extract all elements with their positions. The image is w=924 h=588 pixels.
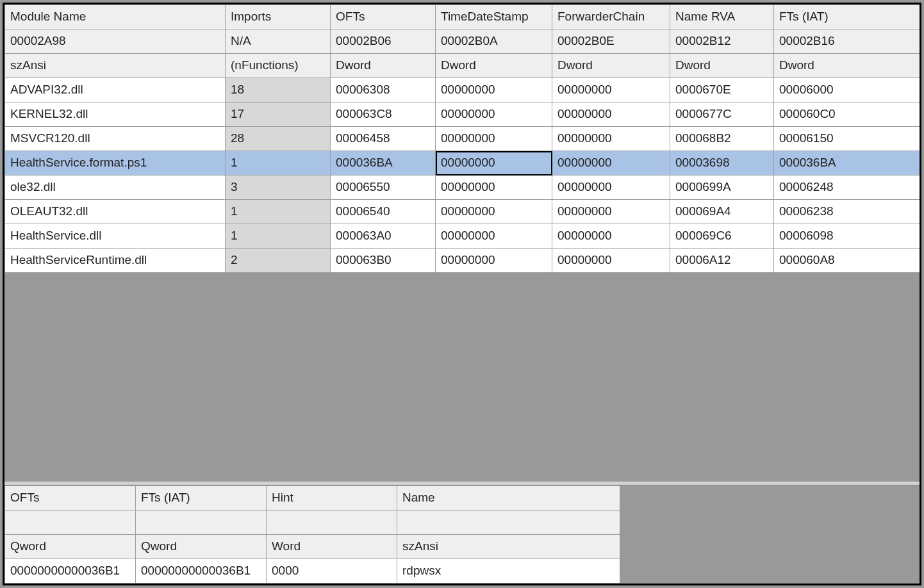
cell[interactable]: 3 bbox=[226, 176, 331, 200]
table-row[interactable]: OLEAUT32.dll1000065400000000000000000000… bbox=[5, 200, 920, 224]
cell[interactable]: 00000000 bbox=[436, 176, 552, 200]
functions-header2-col-3[interactable] bbox=[397, 510, 620, 535]
imports-header2-col-2[interactable]: 00002B06 bbox=[331, 29, 436, 54]
cell[interactable]: 00000000 bbox=[436, 78, 552, 102]
imports-header2-col-5[interactable]: 00002B12 bbox=[670, 29, 774, 54]
cell[interactable]: HealthService.format.ps1 bbox=[5, 151, 226, 176]
cell[interactable]: 00000000 bbox=[552, 78, 670, 102]
cell[interactable]: 00006A12 bbox=[670, 249, 774, 273]
functions-header1-col-1[interactable]: FTs (IAT) bbox=[136, 486, 267, 510]
table-row[interactable]: HealthService.dll1000063A000000000000000… bbox=[5, 224, 920, 249]
cell[interactable]: 0000670E bbox=[670, 78, 774, 102]
cell[interactable]: 00000000 bbox=[552, 151, 670, 176]
cell[interactable]: 1 bbox=[226, 151, 331, 176]
cell[interactable]: ole32.dll bbox=[5, 176, 226, 200]
imports-header3-col-3[interactable]: Dword bbox=[436, 54, 552, 78]
cell[interactable]: 000063C8 bbox=[331, 102, 436, 127]
table-row[interactable]: 00000000000036B100000000000036B10000rdpw… bbox=[5, 559, 620, 584]
imports-header3-col-5[interactable]: Dword bbox=[670, 54, 774, 78]
table-row[interactable]: ADVAPI32.dll1800006308000000000000000000… bbox=[5, 78, 920, 102]
imports-header2-col-1[interactable]: N/A bbox=[226, 29, 331, 54]
cell[interactable]: 000063B0 bbox=[331, 249, 436, 273]
cell[interactable]: 17 bbox=[226, 102, 331, 127]
cell[interactable]: 00000000 bbox=[552, 127, 670, 151]
cell[interactable]: 000036BA bbox=[331, 151, 436, 176]
cell[interactable]: 00006458 bbox=[331, 127, 436, 151]
imports-header2-col-6[interactable]: 00002B16 bbox=[774, 29, 920, 54]
cell[interactable]: 00000000000036B1 bbox=[5, 559, 136, 584]
cell[interactable]: 1 bbox=[226, 224, 331, 249]
imports-header3-col-4[interactable]: Dword bbox=[552, 54, 670, 78]
imports-table[interactable]: Module NameImportsOFTsTimeDateStampForwa… bbox=[4, 4, 920, 273]
functions-header2-col-1[interactable] bbox=[136, 510, 267, 535]
table-row[interactable]: MSVCR120.dll2800006458000000000000000000… bbox=[5, 127, 920, 151]
imports-header1-col-6[interactable]: FTs (IAT) bbox=[774, 5, 920, 29]
functions-table[interactable]: OFTsFTs (IAT)HintName QwordQwordWordszAn… bbox=[4, 486, 620, 584]
functions-header1-col-0[interactable]: OFTs bbox=[5, 486, 136, 510]
cell[interactable]: 00006098 bbox=[774, 224, 920, 249]
cell[interactable]: rdpwsx bbox=[397, 559, 620, 584]
functions-header1-col-3[interactable]: Name bbox=[397, 486, 620, 510]
cell[interactable]: 00000000 bbox=[436, 224, 552, 249]
cell[interactable]: 00000000 bbox=[436, 249, 552, 273]
imports-header1-col-1[interactable]: Imports bbox=[226, 5, 331, 29]
cell[interactable]: HealthServiceRuntime.dll bbox=[5, 249, 226, 273]
cell[interactable]: 00003698 bbox=[670, 151, 774, 176]
cell[interactable]: OLEAUT32.dll bbox=[5, 200, 226, 224]
cell[interactable]: 000060C0 bbox=[774, 102, 920, 127]
functions-header2-col-0[interactable] bbox=[5, 510, 136, 535]
table-row[interactable]: KERNEL32.dll17000063C8000000000000000000… bbox=[5, 102, 920, 127]
cell[interactable]: 000069A4 bbox=[670, 200, 774, 224]
cell[interactable]: 0000 bbox=[267, 559, 397, 584]
table-row[interactable]: HealthService.format.ps11000036BA0000000… bbox=[5, 151, 920, 176]
functions-header3-col-2[interactable]: Word bbox=[267, 535, 397, 559]
cell[interactable]: 00000000 bbox=[436, 200, 552, 224]
cell[interactable]: 00000000000036B1 bbox=[136, 559, 267, 584]
imports-header3-col-0[interactable]: szAnsi bbox=[5, 54, 226, 78]
imports-header1-col-5[interactable]: Name RVA bbox=[670, 5, 774, 29]
functions-header1-col-2[interactable]: Hint bbox=[267, 486, 397, 510]
cell[interactable]: 00000000 bbox=[552, 176, 670, 200]
cell[interactable]: 000063A0 bbox=[331, 224, 436, 249]
cell[interactable]: 0000699A bbox=[670, 176, 774, 200]
cell[interactable]: 18 bbox=[226, 78, 331, 102]
cell[interactable]: 00000000 bbox=[552, 249, 670, 273]
table-row[interactable]: HealthServiceRuntime.dll2000063B00000000… bbox=[5, 249, 920, 273]
cell[interactable]: HealthService.dll bbox=[5, 224, 226, 249]
cell[interactable]: 00006248 bbox=[774, 176, 920, 200]
cell[interactable]: 000060A8 bbox=[774, 249, 920, 273]
imports-header3-col-6[interactable]: Dword bbox=[774, 54, 920, 78]
imports-header1-col-2[interactable]: OFTs bbox=[331, 5, 436, 29]
cell[interactable]: KERNEL32.dll bbox=[5, 102, 226, 127]
functions-header3-col-3[interactable]: szAnsi bbox=[397, 535, 620, 559]
cell[interactable]: 00006550 bbox=[331, 176, 436, 200]
cell[interactable]: 00000000 bbox=[436, 151, 552, 176]
imports-header3-col-2[interactable]: Dword bbox=[331, 54, 436, 78]
imports-header2-col-0[interactable]: 00002A98 bbox=[5, 29, 226, 54]
cell[interactable]: 00006238 bbox=[774, 200, 920, 224]
cell[interactable]: 00006308 bbox=[331, 78, 436, 102]
functions-header3-col-1[interactable]: Qword bbox=[136, 535, 267, 559]
cell[interactable]: 00000000 bbox=[552, 200, 670, 224]
imports-header2-col-3[interactable]: 00002B0A bbox=[436, 29, 552, 54]
cell[interactable]: 28 bbox=[226, 127, 331, 151]
cell[interactable]: 0000677C bbox=[670, 102, 774, 127]
imports-header2-col-4[interactable]: 00002B0E bbox=[552, 29, 670, 54]
imports-header3-col-1[interactable]: (nFunctions) bbox=[226, 54, 331, 78]
functions-header3-col-0[interactable]: Qword bbox=[5, 535, 136, 559]
cell[interactable]: 000036BA bbox=[774, 151, 920, 176]
imports-header1-col-4[interactable]: ForwarderChain bbox=[552, 5, 670, 29]
cell[interactable]: 00006000 bbox=[774, 78, 920, 102]
functions-header2-col-2[interactable] bbox=[267, 510, 397, 535]
cell[interactable]: 2 bbox=[226, 249, 331, 273]
cell[interactable]: 00000000 bbox=[552, 102, 670, 127]
cell[interactable]: 00000000 bbox=[436, 102, 552, 127]
cell[interactable]: MSVCR120.dll bbox=[5, 127, 226, 151]
cell[interactable]: 00000000 bbox=[436, 127, 552, 151]
imports-header1-col-3[interactable]: TimeDateStamp bbox=[436, 5, 552, 29]
cell[interactable]: ADVAPI32.dll bbox=[5, 78, 226, 102]
cell[interactable]: 1 bbox=[226, 200, 331, 224]
cell[interactable]: 00000000 bbox=[552, 224, 670, 249]
cell[interactable]: 00006150 bbox=[774, 127, 920, 151]
cell[interactable]: 00006540 bbox=[331, 200, 436, 224]
